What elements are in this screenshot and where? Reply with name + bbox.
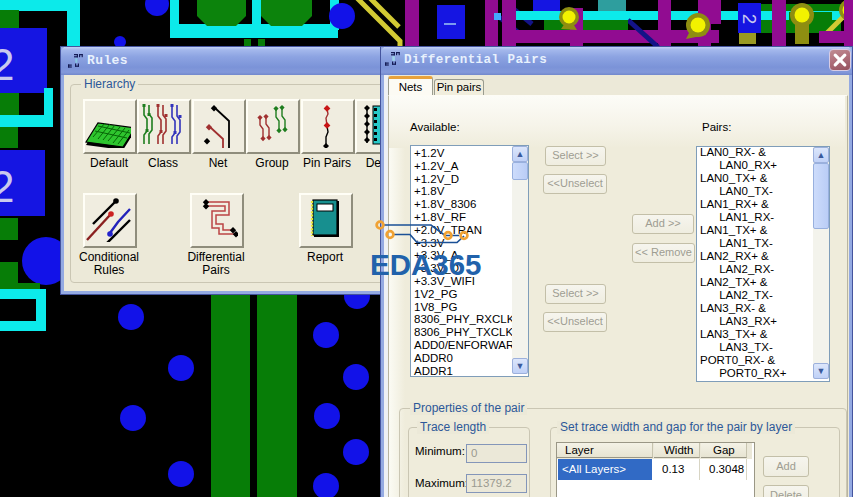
svg-text:EDA365: EDA365: [370, 248, 482, 281]
